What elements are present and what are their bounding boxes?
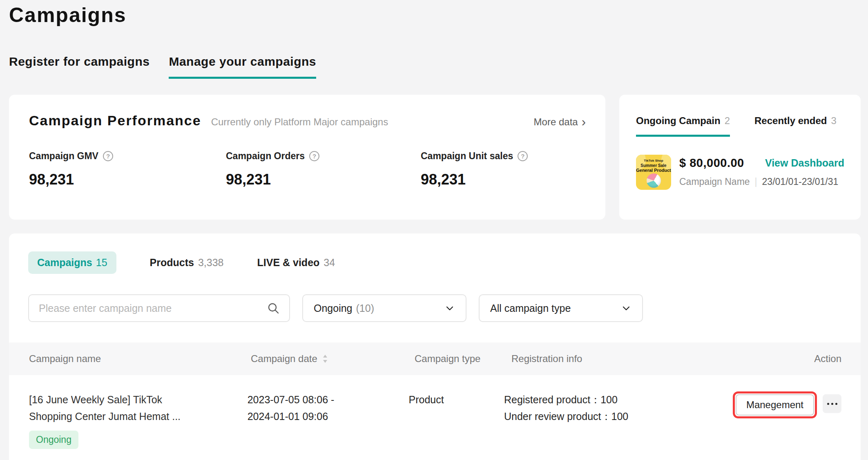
dot	[831, 403, 833, 405]
column-label: Campaign date	[251, 353, 317, 364]
list-tabs: Campaigns 15 Products 3,338 LIVE & video…	[9, 233, 861, 274]
tab-label: Products	[150, 257, 194, 269]
sort-icon[interactable]	[322, 354, 328, 364]
metric-label: Campaign Unit sales	[421, 151, 513, 162]
campaign-name-label: Campaign Name	[679, 176, 750, 187]
ongoing-campaign-item: TikTok Shop Summer Sale General Product …	[636, 155, 844, 190]
metric-value: 98,231	[226, 171, 421, 188]
tab-label: Ongoing Campain	[636, 115, 721, 127]
metric-label: Campaign GMV	[29, 151, 98, 162]
campaign-type-select[interactable]: All campaign type	[479, 294, 643, 322]
more-actions-button[interactable]	[823, 394, 841, 413]
ongoing-campaign-panel: Ongoing Campain 2 Recently ended 3 TikTo…	[619, 95, 861, 220]
campaign-name-line2[interactable]: Shopping Center Jumat Hemat ...	[29, 408, 248, 425]
column-campaign-type: Campaign type	[415, 353, 511, 364]
tab-count: 15	[96, 257, 107, 269]
status-filter-select[interactable]: Ongoing (10)	[302, 294, 466, 322]
help-icon[interactable]: ?	[103, 151, 113, 161]
management-button[interactable]: Manegement	[736, 394, 814, 416]
thumb-brand: TikTok Shop	[644, 159, 663, 162]
help-icon[interactable]: ?	[309, 151, 319, 161]
column-campaign-name: Campaign name	[9, 353, 251, 364]
status-badge: Ongoing	[29, 431, 78, 449]
campaign-type-value: Product	[409, 391, 504, 449]
thumb-line1: Summer Sale	[640, 163, 666, 168]
highlight-annotation: Manegement	[733, 391, 817, 418]
campaign-performance-card: Campaign Performance Currently only Plat…	[9, 95, 605, 220]
metric-campaign-gmv: Campaign GMV ? 98,231	[29, 151, 226, 188]
help-icon[interactable]: ?	[518, 151, 528, 161]
tab-recently-ended[interactable]: Recently ended 3	[754, 115, 837, 137]
top-tabs: Register for campaigns Manage your campa…	[9, 55, 316, 79]
tab-label: LIVE & video	[257, 257, 320, 269]
table-header: Campaign name Campaign date Campaign typ…	[9, 342, 861, 375]
tab-campaigns[interactable]: Campaigns 15	[28, 251, 116, 274]
tab-label: Recently ended	[754, 115, 827, 127]
search-input[interactable]	[39, 302, 267, 314]
tab-register-for-campaigns[interactable]: Register for campaigns	[9, 55, 150, 79]
tab-live-video[interactable]: LIVE & video 34	[257, 257, 335, 269]
chevron-right-icon: ›	[582, 117, 586, 127]
registered-product-info: Registered product：100	[504, 391, 733, 408]
metric-label: Campaign Orders	[226, 151, 305, 162]
campaign-dates: 23/01/01-23/01/31	[762, 176, 839, 187]
campaign-date-end: 2024-01-01 09:06	[248, 408, 409, 425]
view-dashboard-link[interactable]: View Dashboard	[765, 157, 844, 169]
select-value: Ongoing	[314, 302, 353, 314]
select-count: (10)	[356, 302, 374, 314]
campaign-date-start: 2023-07-05 08:06 -	[248, 391, 409, 408]
metric-campaign-unit-sales: Campaign Unit sales ? 98,231	[421, 151, 528, 188]
tab-manage-your-campaigns[interactable]: Manage your campaigns	[169, 55, 316, 79]
campaign-thumbnail: TikTok Shop Summer Sale General Product	[636, 155, 671, 190]
dot	[835, 403, 837, 405]
more-data-label: More data	[534, 116, 578, 128]
select-value: All campaign type	[490, 302, 571, 314]
column-campaign-date: Campaign date	[251, 353, 415, 364]
chevron-down-icon	[621, 303, 631, 313]
campaign-search	[28, 294, 290, 322]
campaign-name-line1[interactable]: [16 June Weekly Sale] TikTok	[29, 391, 248, 408]
thumb-line2: General Product	[636, 168, 671, 173]
chevron-down-icon	[444, 303, 455, 313]
metric-value: 98,231	[421, 171, 528, 188]
dot	[827, 403, 829, 405]
column-action: Action	[814, 353, 861, 364]
tab-products[interactable]: Products 3,338	[150, 257, 224, 269]
campaign-amount: $ 80,000.00	[679, 156, 744, 170]
tab-label: Campaigns	[37, 257, 92, 269]
search-icon[interactable]	[267, 302, 279, 314]
divider: |	[755, 176, 757, 187]
under-review-product-info: Under review product：100	[504, 408, 733, 425]
campaign-list-card: Campaigns 15 Products 3,338 LIVE & video…	[9, 233, 861, 460]
tab-count: 3	[831, 115, 836, 127]
panel-tabs: Ongoing Campain 2 Recently ended 3	[636, 115, 844, 137]
metric-value: 98,231	[29, 171, 226, 188]
performance-subtitle: Currently only Platform Major campaigns	[211, 116, 388, 128]
more-data-link[interactable]: More data ›	[534, 116, 586, 128]
performance-title: Campaign Performance	[29, 113, 201, 129]
tab-count: 3,338	[198, 257, 224, 269]
tab-ongoing-campain[interactable]: Ongoing Campain 2	[636, 115, 730, 137]
beach-ball-icon	[647, 173, 661, 188]
tab-count: 34	[324, 257, 335, 269]
tab-count: 2	[725, 115, 730, 127]
table-row: [16 June Weekly Sale] TikTok Shopping Ce…	[9, 375, 861, 449]
column-registration-info: Registration info	[511, 353, 814, 364]
page-title: Campaigns	[9, 3, 127, 27]
metric-campaign-orders: Campaign Orders ? 98,231	[226, 151, 421, 188]
